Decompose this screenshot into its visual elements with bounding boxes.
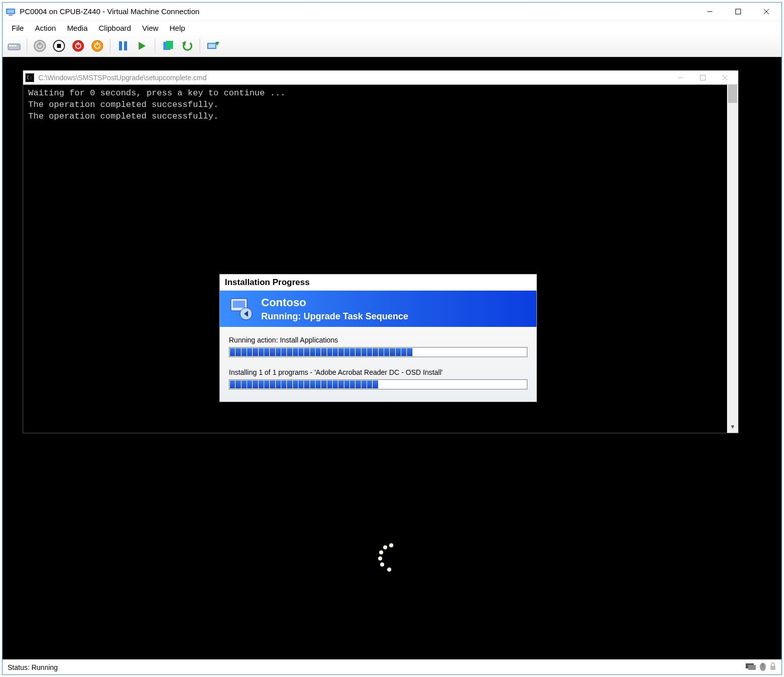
cmd-line: The operation completed successfully.	[28, 111, 733, 123]
svg-rect-23	[124, 41, 127, 50]
mouse-icon	[759, 662, 766, 672]
install-body: Running action: Install Applications Ins…	[220, 327, 536, 402]
cmd-maximize-button[interactable]	[692, 71, 714, 84]
svg-rect-26	[166, 41, 173, 49]
svg-rect-10	[14, 45, 16, 46]
install-sub-label: Installing 1 of 1 programs - 'Adobe Acro…	[229, 368, 527, 376]
window-title: PC0004 on CPUB-Z440 - Virtual Machine Co…	[20, 7, 696, 16]
lock-icon	[769, 662, 776, 672]
menu-action[interactable]: Action	[30, 23, 61, 33]
cmd-icon: C:\	[25, 73, 34, 82]
toolbar-separator	[110, 39, 110, 53]
svg-rect-44	[770, 666, 775, 670]
svg-rect-15	[57, 44, 61, 48]
svg-marker-24	[139, 42, 146, 50]
svg-rect-8	[9, 45, 11, 46]
reset-button[interactable]	[134, 37, 151, 54]
svg-rect-9	[12, 45, 14, 46]
cmd-scrollbar[interactable]: ▾	[727, 85, 738, 433]
svg-rect-22	[119, 41, 122, 50]
statusbar: Status: Running	[3, 659, 781, 674]
toolbar-separator	[27, 39, 27, 53]
menu-help[interactable]: Help	[164, 23, 190, 33]
svg-rect-33	[700, 75, 705, 80]
toolbar-separator	[155, 39, 155, 53]
menu-clipboard[interactable]: Clipboard	[94, 23, 136, 33]
start-button[interactable]	[31, 37, 48, 54]
titlebar: PC0004 on CPUB-Z440 - Virtual Machine Co…	[3, 3, 781, 21]
org-name: Contoso	[261, 296, 408, 309]
primary-progress-bar	[229, 347, 527, 357]
revert-button[interactable]	[178, 37, 196, 54]
install-dialog-title: Installation Progress	[220, 274, 536, 291]
cmd-titlebar: C:\ C:\Windows\SMSTSPostUpgrade\setupcom…	[23, 71, 738, 85]
svg-rect-37	[233, 301, 245, 308]
app-icon	[6, 7, 16, 17]
enhanced-session-button[interactable]	[204, 37, 221, 54]
maximize-button[interactable]	[724, 3, 752, 21]
task-sequence-name: Running: Upgrade Task Sequence	[261, 311, 408, 322]
secondary-progress-bar	[229, 379, 527, 389]
cmd-line: The operation completed successfully.	[28, 99, 733, 111]
svg-rect-2	[9, 15, 13, 16]
ctrl-alt-del-button[interactable]	[6, 37, 23, 54]
install-progress-dialog: Installation Progress Contoso Running: U…	[219, 274, 537, 402]
scrollbar-down-icon[interactable]: ▾	[727, 422, 738, 433]
menu-media[interactable]: Media	[62, 23, 93, 33]
toolbar-separator	[200, 39, 200, 53]
svg-text:C:\: C:\	[27, 75, 33, 80]
svg-rect-29	[208, 44, 215, 48]
status-text: Status: Running	[8, 663, 58, 671]
cmd-close-button[interactable]	[714, 71, 736, 84]
vm-display[interactable]: C:\ C:\Windows\SMSTSPostUpgrade\setupcom…	[3, 57, 781, 659]
svg-rect-7	[8, 44, 20, 50]
minimize-button[interactable]	[696, 3, 724, 21]
cmd-minimize-button[interactable]	[670, 71, 692, 84]
close-button[interactable]	[752, 3, 780, 21]
svg-rect-1	[7, 10, 14, 13]
svg-rect-41	[748, 665, 756, 670]
loading-spinner-icon	[377, 543, 407, 574]
checkpoint-button[interactable]	[159, 37, 176, 54]
menu-file[interactable]: File	[7, 23, 29, 33]
cmd-title: C:\Windows\SMSTSPostUpgrade\setupcomplet…	[38, 74, 670, 82]
menu-view[interactable]: View	[137, 23, 163, 33]
svg-rect-4	[736, 9, 741, 14]
install-banner: Contoso Running: Upgrade Task Sequence	[220, 291, 536, 327]
vm-connection-window: PC0004 on CPUB-Z440 - Virtual Machine Co…	[2, 2, 782, 675]
display-config-icon[interactable]	[745, 662, 756, 672]
branding-icon	[228, 296, 254, 322]
window-controls	[696, 3, 780, 21]
running-action-label: Running action: Install Applications	[229, 336, 527, 344]
pause-button[interactable]	[114, 37, 132, 54]
menubar: File Action Media Clipboard View Help	[3, 21, 781, 35]
cmd-line: Waiting for 0 seconds, press a key to co…	[28, 88, 733, 99]
turn-off-button[interactable]	[50, 37, 68, 54]
save-button[interactable]	[89, 37, 106, 54]
shut-down-button[interactable]	[70, 37, 87, 54]
toolbar	[3, 35, 781, 57]
scrollbar-thumb[interactable]	[728, 85, 737, 103]
